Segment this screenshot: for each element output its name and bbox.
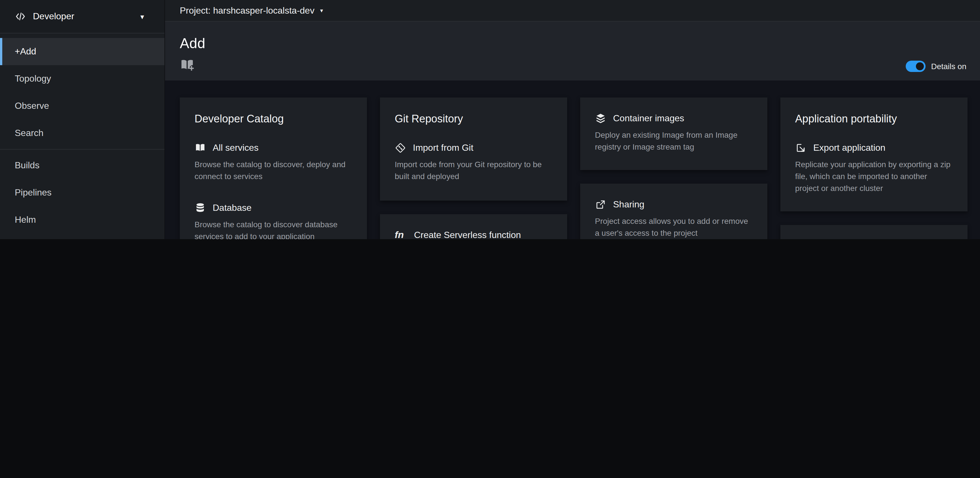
item-head: Container images [595,112,752,125]
toggle-knob [916,62,924,70]
sidebar-item-project[interactable]: Project [0,233,164,239]
card-title: Git Repository [395,112,552,126]
item-desc: Browse the catalog to discover database … [194,219,352,239]
app-root: Developer ▾ +AddTopologyObserveSearchBui… [0,0,980,239]
caret-down-icon: ▾ [140,13,144,20]
item-label: Sharing [613,200,644,210]
item-desc: Import code from your Git repository to … [395,159,552,183]
sidebar-item-builds[interactable]: Builds [0,152,164,179]
card-column-3: Container imagesDeploy an existing Image… [580,97,767,239]
sidebar-nav: +AddTopologyObserveSearchBuildsPipelines… [0,33,164,239]
page-title: Add [180,34,980,52]
item-label: Container images [613,113,684,124]
header-actions [180,58,980,73]
card-title: Developer Catalog [194,112,352,126]
card-git-repository: Git RepositoryImport from GitImport code… [380,97,567,201]
catalog-item-sharing[interactable]: SharingProject access allows you to add … [595,199,752,239]
item-head: Import from Git [395,142,552,154]
sidebar-item-helm[interactable]: Helm [0,206,164,233]
perspective-label: Developer [33,11,74,22]
main-area: Project: harshcasper-localsta-dev ▾ Add … [164,0,980,239]
share-icon [595,199,606,210]
export-icon [795,142,807,154]
project-selector[interactable]: Project: harshcasper-localsta-dev ▾ [180,5,323,16]
item-desc: Browse the catalog to discover, deploy a… [194,159,352,183]
card-grid: Developer CatalogAll servicesBrowse the … [180,97,968,239]
catalog-item-database[interactable]: DatabaseBrowse the catalog to discover d… [194,202,352,239]
item-desc: Deploy an existing Image from an Image r… [595,129,752,153]
item-desc: Project access allows you to add or remo… [595,215,752,239]
code-icon [15,11,26,22]
sidebar-item-add[interactable]: +Add [0,38,164,65]
sidebar: Developer ▾ +AddTopologyObserveSearchBui… [0,0,164,239]
details-toggle[interactable] [905,60,925,72]
item-label: Export application [813,143,885,153]
card-column-4: Application portabilityExport applicatio… [780,97,967,239]
card-application-portability: Application portabilityExport applicatio… [780,97,967,211]
card-column-2: Git RepositoryImport from GitImport code… [380,97,567,239]
sidebar-item-observe[interactable]: Observe [0,92,164,119]
card-container-images: Container imagesDeploy an existing Image… [580,97,767,170]
item-label: All services [213,143,259,153]
sidebar-divider [0,149,164,149]
perspective-switcher[interactable]: Developer ▾ [0,0,164,33]
git-icon [395,142,406,154]
card-eventing: EventingEvent SourceCreate an Event sour… [780,225,967,239]
project-selector-label: Project: harshcasper-localsta-dev [180,5,315,16]
catalog-item-all-services[interactable]: All servicesBrowse the catalog to discov… [194,142,352,183]
add-page-content: Developer CatalogAll servicesBrowse the … [165,81,980,239]
card-title: Application portability [795,112,953,126]
sidebar-item-pipelines[interactable]: Pipelines [0,179,164,206]
fn-icon: fn [395,230,407,239]
card-sharing: SharingProject access allows you to add … [580,184,767,239]
layers-icon [595,113,606,124]
sidebar-item-search[interactable]: Search [0,119,164,147]
caret-down-icon: ▾ [320,8,323,13]
catalog-item-export-application[interactable]: Export applicationReplicate your applica… [795,142,953,194]
book-icon [194,142,206,154]
item-head: All services [194,142,352,154]
page-header: Add Details on [165,22,980,81]
card-create-serverless-function: fnCreate Serverless functionCreate and d… [380,214,567,239]
item-head: Database [194,202,352,214]
catalog-item-create-serverless-function[interactable]: fnCreate Serverless functionCreate and d… [395,229,552,239]
details-toggle-label: Details on [931,62,966,71]
item-label: Create Serverless function [414,230,521,239]
book-plus-icon[interactable] [180,58,194,73]
item-head: fnCreate Serverless function [395,229,552,239]
item-label: Database [213,203,251,213]
item-head: Export application [795,142,953,154]
database-icon [194,202,206,214]
catalog-item-container-images[interactable]: Container imagesDeploy an existing Image… [595,112,752,153]
catalog-item-import-from-git[interactable]: Import from GitImport code from your Git… [395,142,552,183]
sidebar-item-topology[interactable]: Topology [0,65,164,92]
item-label: Import from Git [413,143,473,153]
item-desc: Replicate your application by exporting … [795,159,953,194]
topbar: Project: harshcasper-localsta-dev ▾ [165,0,980,22]
card-developer-catalog: Developer CatalogAll servicesBrowse the … [180,97,367,239]
card-column-1: Developer CatalogAll servicesBrowse the … [180,97,367,239]
item-head: Sharing [595,199,752,211]
details-switch-group: Details on [905,60,966,72]
